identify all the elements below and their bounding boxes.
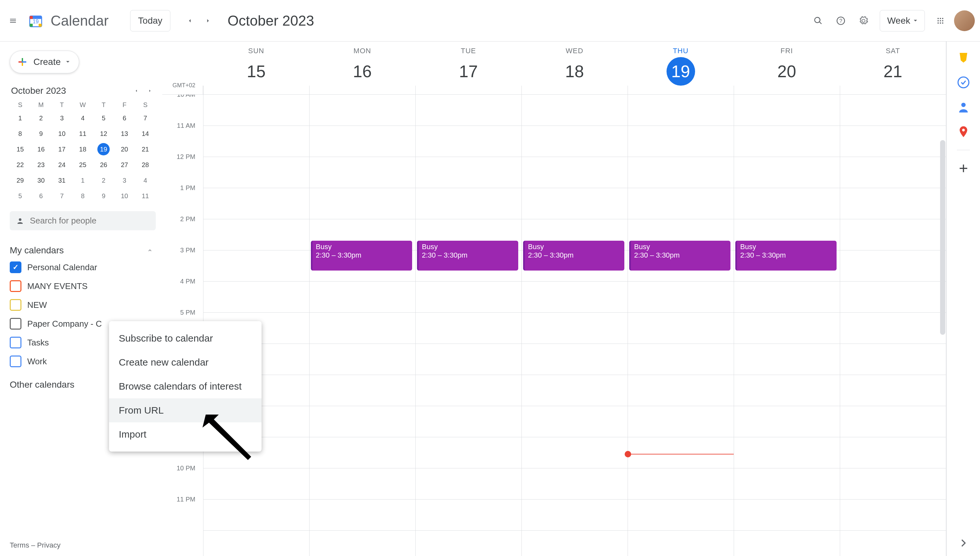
- mini-next-month[interactable]: [144, 85, 156, 97]
- mini-day[interactable]: 30: [35, 174, 47, 186]
- mini-day[interactable]: 5: [14, 190, 26, 202]
- calendar-list-item[interactable]: MANY EVENTS: [10, 278, 156, 294]
- next-week-button[interactable]: [200, 13, 216, 29]
- day-number[interactable]: 21: [879, 57, 907, 86]
- day-number[interactable]: 16: [348, 57, 377, 86]
- menu-item[interactable]: Browse calendars of interest: [109, 374, 262, 398]
- calendar-event[interactable]: Busy2:30 – 3:30pm: [417, 241, 518, 270]
- tasks-button[interactable]: [957, 76, 970, 89]
- mini-day[interactable]: 10: [56, 128, 68, 140]
- mini-day[interactable]: 1: [77, 174, 89, 186]
- svg-point-14: [938, 23, 939, 24]
- account-avatar[interactable]: [954, 10, 975, 31]
- mini-day[interactable]: 7: [139, 112, 152, 124]
- mini-day[interactable]: 20: [118, 143, 131, 155]
- calendar-checkbox[interactable]: [10, 356, 21, 367]
- mini-day[interactable]: 12: [97, 128, 110, 140]
- search-people-input[interactable]: [30, 216, 149, 226]
- mini-day[interactable]: 28: [139, 158, 152, 171]
- day-column[interactable]: Busy2:30 – 3:30pm: [734, 95, 840, 556]
- mini-day[interactable]: 3: [118, 174, 131, 186]
- mini-day[interactable]: 1: [14, 112, 26, 124]
- mini-day[interactable]: 13: [118, 128, 131, 140]
- privacy-link[interactable]: Privacy: [37, 541, 60, 549]
- mini-day[interactable]: 21: [139, 143, 152, 155]
- mini-day[interactable]: 4: [77, 112, 89, 124]
- prev-week-button[interactable]: [182, 13, 197, 29]
- calendar-event[interactable]: Busy2:30 – 3:30pm: [735, 241, 836, 270]
- mini-day[interactable]: 10: [118, 190, 131, 202]
- mini-day[interactable]: 8: [14, 128, 26, 140]
- mini-day[interactable]: 6: [118, 112, 131, 124]
- menu-item[interactable]: Subscribe to calendar: [109, 326, 262, 350]
- day-column[interactable]: Busy2:30 – 3:30pm: [416, 95, 521, 556]
- day-column[interactable]: Busy2:30 – 3:30pm: [521, 95, 627, 556]
- mini-day[interactable]: 19: [97, 143, 110, 155]
- calendar-list-item[interactable]: NEW: [10, 297, 156, 313]
- day-number[interactable]: 15: [242, 57, 271, 86]
- collapse-side-panel[interactable]: [957, 537, 970, 550]
- create-button[interactable]: Create: [10, 51, 79, 73]
- contacts-button[interactable]: [957, 100, 970, 113]
- mini-day[interactable]: 11: [139, 190, 152, 202]
- settings-button[interactable]: [856, 13, 871, 29]
- cursor-annotation-icon: [199, 411, 254, 467]
- day-column[interactable]: Busy2:30 – 3:30pm: [309, 95, 416, 556]
- mini-day[interactable]: 2: [35, 112, 47, 124]
- mini-day[interactable]: 5: [97, 112, 110, 124]
- calendar-checkbox[interactable]: [10, 318, 21, 330]
- mini-day[interactable]: 29: [14, 174, 26, 186]
- scrollbar[interactable]: [940, 140, 945, 335]
- mini-prev-month[interactable]: [131, 85, 142, 97]
- maps-button[interactable]: [957, 125, 970, 138]
- calendar-list-item[interactable]: Personal Calendar: [10, 260, 156, 275]
- support-button[interactable]: ?: [833, 13, 849, 29]
- google-apps-button[interactable]: [933, 13, 948, 29]
- calendar-checkbox[interactable]: [10, 280, 21, 292]
- calendar-event[interactable]: Busy2:30 – 3:30pm: [523, 241, 624, 270]
- keep-button[interactable]: [957, 51, 970, 64]
- mini-day[interactable]: 24: [56, 158, 68, 171]
- day-column[interactable]: Busy2:30 – 3:30pm: [627, 95, 734, 556]
- day-number[interactable]: 20: [773, 57, 801, 86]
- dow-label: TUE: [416, 47, 521, 55]
- mini-day[interactable]: 8: [77, 190, 89, 202]
- mini-day[interactable]: 4: [139, 174, 152, 186]
- calendar-event[interactable]: Busy2:30 – 3:30pm: [311, 241, 412, 270]
- mini-day[interactable]: 3: [56, 112, 68, 124]
- mini-day[interactable]: 11: [77, 128, 89, 140]
- calendar-checkbox[interactable]: [10, 299, 21, 311]
- addons-button[interactable]: [957, 162, 970, 175]
- mini-day[interactable]: 16: [35, 143, 47, 155]
- search-people-field[interactable]: [10, 211, 156, 230]
- calendar-checkbox[interactable]: [10, 262, 21, 273]
- day-number[interactable]: 17: [454, 57, 483, 86]
- mini-day[interactable]: 14: [139, 128, 152, 140]
- day-column[interactable]: [840, 95, 946, 556]
- mini-day[interactable]: 26: [97, 158, 110, 171]
- mini-day[interactable]: 23: [35, 158, 47, 171]
- main-menu-button[interactable]: [5, 13, 21, 29]
- mini-day[interactable]: 6: [35, 190, 47, 202]
- mini-day[interactable]: 18: [77, 143, 89, 155]
- mini-day[interactable]: 22: [14, 158, 26, 171]
- mini-day[interactable]: 15: [14, 143, 26, 155]
- mini-day[interactable]: 31: [56, 174, 68, 186]
- mini-day[interactable]: 9: [35, 128, 47, 140]
- my-calendars-toggle[interactable]: [144, 245, 156, 256]
- mini-day[interactable]: 7: [56, 190, 68, 202]
- today-button[interactable]: Today: [130, 10, 171, 31]
- mini-day[interactable]: 25: [77, 158, 89, 171]
- mini-day[interactable]: 2: [97, 174, 110, 186]
- menu-item[interactable]: Create new calendar: [109, 350, 262, 374]
- calendar-checkbox[interactable]: [10, 337, 21, 348]
- terms-link[interactable]: Terms: [10, 541, 29, 549]
- view-switcher[interactable]: Week: [880, 10, 925, 31]
- mini-day[interactable]: 27: [118, 158, 131, 171]
- mini-day[interactable]: 9: [97, 190, 110, 202]
- search-button[interactable]: [810, 13, 826, 29]
- day-number[interactable]: 18: [560, 57, 589, 86]
- day-number[interactable]: 19: [666, 57, 695, 86]
- calendar-event[interactable]: Busy2:30 – 3:30pm: [629, 241, 731, 270]
- mini-day[interactable]: 17: [56, 143, 68, 155]
